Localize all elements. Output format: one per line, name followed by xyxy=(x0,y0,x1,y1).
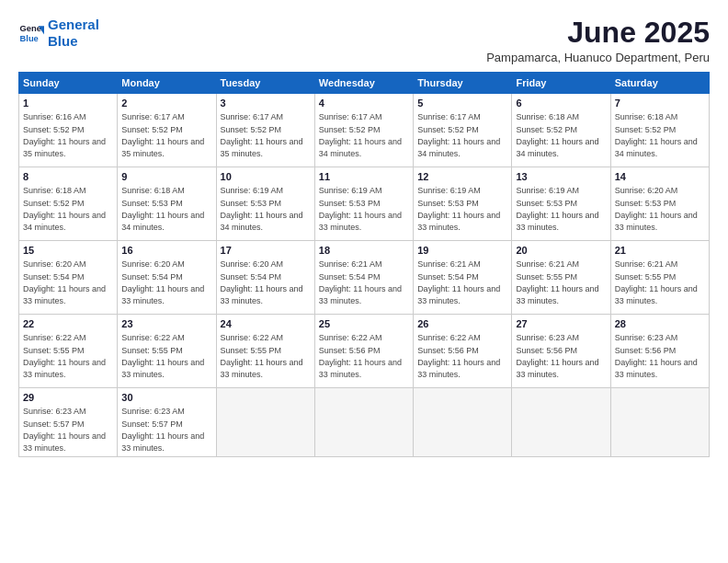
day-info: Sunrise: 6:22 AMSunset: 5:55 PMDaylight:… xyxy=(121,333,204,378)
day-info: Sunrise: 6:22 AMSunset: 5:55 PMDaylight:… xyxy=(221,333,303,378)
calendar-week-row: 8 Sunrise: 6:18 AMSunset: 5:52 PMDayligh… xyxy=(19,167,710,241)
calendar-week-row: 1 Sunrise: 6:16 AMSunset: 5:52 PMDayligh… xyxy=(19,94,710,167)
day-number: 13 xyxy=(516,170,606,183)
logo-text: GeneralBlue xyxy=(48,17,99,50)
calendar-day-cell: 3 Sunrise: 6:17 AMSunset: 5:52 PMDayligh… xyxy=(216,94,314,167)
calendar-day-cell: 24 Sunrise: 6:22 AMSunset: 5:55 PMDaylig… xyxy=(216,315,314,388)
svg-text:Blue: Blue xyxy=(20,34,39,43)
calendar-day-cell xyxy=(512,388,610,457)
calendar-week-row: 29 Sunrise: 6:23 AMSunset: 5:57 PMDaylig… xyxy=(19,388,710,457)
logo: General Blue GeneralBlue xyxy=(18,17,99,50)
day-info: Sunrise: 6:21 AMSunset: 5:54 PMDaylight:… xyxy=(319,259,402,304)
calendar-day-cell: 13 Sunrise: 6:19 AMSunset: 5:53 PMDaylig… xyxy=(512,167,610,241)
day-number: 7 xyxy=(615,97,705,109)
day-number: 8 xyxy=(23,170,113,183)
calendar-day-cell xyxy=(610,388,709,457)
calendar-day-cell xyxy=(414,388,512,457)
header-tuesday: Tuesday xyxy=(216,73,314,94)
day-number: 25 xyxy=(319,317,409,330)
day-info: Sunrise: 6:19 AMSunset: 5:53 PMDaylight:… xyxy=(319,186,402,231)
day-number: 9 xyxy=(121,170,211,183)
calendar-day-cell: 21 Sunrise: 6:21 AMSunset: 5:55 PMDaylig… xyxy=(610,241,709,315)
day-info: Sunrise: 6:18 AMSunset: 5:52 PMDaylight:… xyxy=(615,112,698,157)
location: Pampamarca, Huanuco Department, Peru xyxy=(486,51,710,64)
day-info: Sunrise: 6:21 AMSunset: 5:55 PMDaylight:… xyxy=(516,259,598,304)
day-info: Sunrise: 6:20 AMSunset: 5:54 PMDaylight:… xyxy=(23,259,106,304)
day-info: Sunrise: 6:22 AMSunset: 5:56 PMDaylight:… xyxy=(319,333,402,378)
day-info: Sunrise: 6:23 AMSunset: 5:57 PMDaylight:… xyxy=(23,407,106,452)
calendar-day-cell: 1 Sunrise: 6:16 AMSunset: 5:52 PMDayligh… xyxy=(19,94,118,167)
day-number: 1 xyxy=(23,97,113,109)
calendar-day-cell: 8 Sunrise: 6:18 AMSunset: 5:52 PMDayligh… xyxy=(19,167,118,241)
day-number: 23 xyxy=(121,317,211,330)
calendar-day-cell: 26 Sunrise: 6:22 AMSunset: 5:56 PMDaylig… xyxy=(414,315,512,388)
day-number: 12 xyxy=(417,170,507,183)
day-info: Sunrise: 6:16 AMSunset: 5:52 PMDaylight:… xyxy=(23,112,106,157)
day-number: 26 xyxy=(417,317,507,330)
day-number: 15 xyxy=(23,244,113,257)
day-info: Sunrise: 6:21 AMSunset: 5:54 PMDaylight:… xyxy=(417,259,500,304)
calendar-week-row: 15 Sunrise: 6:20 AMSunset: 5:54 PMDaylig… xyxy=(19,241,710,315)
calendar-day-cell: 18 Sunrise: 6:21 AMSunset: 5:54 PMDaylig… xyxy=(314,241,413,315)
day-info: Sunrise: 6:18 AMSunset: 5:53 PMDaylight:… xyxy=(121,186,204,231)
day-number: 14 xyxy=(615,170,705,183)
day-info: Sunrise: 6:19 AMSunset: 5:53 PMDaylight:… xyxy=(221,186,303,231)
day-number: 3 xyxy=(221,97,311,109)
day-info: Sunrise: 6:18 AMSunset: 5:52 PMDaylight:… xyxy=(516,112,598,157)
calendar-day-cell: 29 Sunrise: 6:23 AMSunset: 5:57 PMDaylig… xyxy=(19,388,118,457)
calendar-day-cell: 10 Sunrise: 6:19 AMSunset: 5:53 PMDaylig… xyxy=(216,167,314,241)
calendar-day-cell xyxy=(216,388,314,457)
day-info: Sunrise: 6:23 AMSunset: 5:57 PMDaylight:… xyxy=(121,407,204,452)
day-number: 19 xyxy=(417,244,507,257)
month-year: June 2025 xyxy=(486,17,710,49)
day-info: Sunrise: 6:19 AMSunset: 5:53 PMDaylight:… xyxy=(417,186,500,231)
calendar-day-cell: 9 Sunrise: 6:18 AMSunset: 5:53 PMDayligh… xyxy=(118,167,216,241)
day-number: 5 xyxy=(417,97,507,109)
header: General Blue GeneralBlue June 2025 Pampa… xyxy=(18,17,710,64)
calendar-day-cell: 5 Sunrise: 6:17 AMSunset: 5:52 PMDayligh… xyxy=(414,94,512,167)
day-info: Sunrise: 6:22 AMSunset: 5:56 PMDaylight:… xyxy=(417,333,500,378)
header-saturday: Saturday xyxy=(610,73,709,94)
day-number: 20 xyxy=(516,244,606,257)
calendar-day-cell: 12 Sunrise: 6:19 AMSunset: 5:53 PMDaylig… xyxy=(414,167,512,241)
day-info: Sunrise: 6:22 AMSunset: 5:55 PMDaylight:… xyxy=(23,333,106,378)
day-number: 29 xyxy=(23,391,113,404)
calendar-day-cell: 25 Sunrise: 6:22 AMSunset: 5:56 PMDaylig… xyxy=(314,315,413,388)
weekday-header-row: Sunday Monday Tuesday Wednesday Thursday… xyxy=(19,73,710,94)
day-number: 22 xyxy=(23,317,113,330)
day-number: 10 xyxy=(221,170,311,183)
day-number: 6 xyxy=(516,97,606,109)
calendar-day-cell: 4 Sunrise: 6:17 AMSunset: 5:52 PMDayligh… xyxy=(314,94,413,167)
day-number: 2 xyxy=(121,97,211,109)
calendar-day-cell: 15 Sunrise: 6:20 AMSunset: 5:54 PMDaylig… xyxy=(19,241,118,315)
header-sunday: Sunday xyxy=(19,73,118,94)
calendar-day-cell: 22 Sunrise: 6:22 AMSunset: 5:55 PMDaylig… xyxy=(19,315,118,388)
header-thursday: Thursday xyxy=(414,73,512,94)
calendar-day-cell: 28 Sunrise: 6:23 AMSunset: 5:56 PMDaylig… xyxy=(610,315,709,388)
day-number: 18 xyxy=(319,244,409,257)
day-info: Sunrise: 6:17 AMSunset: 5:52 PMDaylight:… xyxy=(121,112,204,157)
header-friday: Friday xyxy=(512,73,610,94)
logo-icon: General Blue xyxy=(18,20,44,46)
day-info: Sunrise: 6:20 AMSunset: 5:54 PMDaylight:… xyxy=(121,259,204,304)
day-number: 21 xyxy=(615,244,705,257)
day-info: Sunrise: 6:17 AMSunset: 5:52 PMDaylight:… xyxy=(221,112,303,157)
day-number: 17 xyxy=(221,244,311,257)
calendar-day-cell: 2 Sunrise: 6:17 AMSunset: 5:52 PMDayligh… xyxy=(118,94,216,167)
calendar-day-cell: 30 Sunrise: 6:23 AMSunset: 5:57 PMDaylig… xyxy=(118,388,216,457)
day-number: 27 xyxy=(516,317,606,330)
calendar-day-cell xyxy=(314,388,413,457)
day-info: Sunrise: 6:21 AMSunset: 5:55 PMDaylight:… xyxy=(615,259,698,304)
calendar-day-cell: 20 Sunrise: 6:21 AMSunset: 5:55 PMDaylig… xyxy=(512,241,610,315)
header-monday: Monday xyxy=(118,73,216,94)
calendar-day-cell: 6 Sunrise: 6:18 AMSunset: 5:52 PMDayligh… xyxy=(512,94,610,167)
day-number: 4 xyxy=(319,97,409,109)
day-info: Sunrise: 6:20 AMSunset: 5:53 PMDaylight:… xyxy=(615,186,698,231)
day-info: Sunrise: 6:23 AMSunset: 5:56 PMDaylight:… xyxy=(615,333,698,378)
calendar-day-cell: 16 Sunrise: 6:20 AMSunset: 5:54 PMDaylig… xyxy=(118,241,216,315)
day-info: Sunrise: 6:23 AMSunset: 5:56 PMDaylight:… xyxy=(516,333,598,378)
calendar-day-cell: 14 Sunrise: 6:20 AMSunset: 5:53 PMDaylig… xyxy=(610,167,709,241)
day-number: 16 xyxy=(121,244,211,257)
calendar-day-cell: 27 Sunrise: 6:23 AMSunset: 5:56 PMDaylig… xyxy=(512,315,610,388)
calendar-day-cell: 23 Sunrise: 6:22 AMSunset: 5:55 PMDaylig… xyxy=(118,315,216,388)
